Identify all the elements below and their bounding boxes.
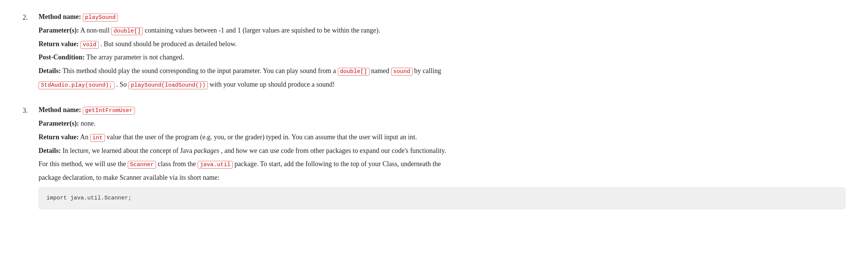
- details-text1-3: In lecture, we learned about the concept…: [62, 147, 192, 154]
- details-text5-3: package. To start, add the following to …: [234, 160, 441, 168]
- details-text1-2: This method should play the sound corres…: [62, 67, 336, 75]
- params-line-2: Parameter(s): A non-null double[] contai…: [39, 25, 845, 36]
- return-text-before-3: An: [80, 133, 88, 141]
- params-text-3: none.: [80, 120, 96, 127]
- method-number-3: 3.: [23, 104, 34, 209]
- details-text3-2: by calling: [414, 67, 441, 75]
- details-text2-2: named: [371, 67, 389, 75]
- details-text2-3: , and how we can use code from other pac…: [221, 147, 446, 154]
- method-content-2: Method name: playSound Parameter(s): A n…: [39, 11, 845, 92]
- details-italic-3: packages: [194, 147, 219, 154]
- details-text3-3: For this method, we will use the: [39, 160, 126, 168]
- details-line2-2: StdAudio.play(sound); . So playSound(loa…: [39, 79, 845, 90]
- method-name-code-2: playSound: [83, 14, 118, 22]
- details-line3-3: package declaration, to make Scanner ava…: [39, 172, 845, 184]
- details-code1-3: Scanner: [128, 161, 156, 169]
- details-label-3: Details:: [39, 147, 61, 154]
- method-name-code-3: getIntFromUser: [83, 107, 135, 115]
- details-text4-2: . So: [116, 81, 127, 88]
- method-name-line-3: Method name: getIntFromUser: [39, 104, 845, 116]
- return-code-2: void: [80, 41, 99, 49]
- return-label-3: Return value:: [39, 133, 79, 141]
- details-code4-2: playSound(loadSound()): [128, 81, 208, 89]
- return-text-after-3: value that the user of the program (e.g.…: [107, 133, 417, 141]
- details-code3-2: StdAudio.play(sound);: [39, 81, 114, 89]
- details-label-2: Details:: [39, 67, 61, 75]
- name-label-2: Method name:: [39, 13, 81, 20]
- details-code2-2: sound: [391, 68, 413, 76]
- method-name-line-2: Method name: playSound: [39, 11, 845, 23]
- details-line1-3: Details: In lecture, we learned about th…: [39, 145, 845, 157]
- details-code2-3: java.util: [198, 161, 233, 169]
- params-label-2: Parameter(s):: [39, 26, 79, 34]
- params-label-3: Parameter(s):: [39, 120, 79, 127]
- details-code1-2: double[]: [338, 68, 370, 76]
- return-code-3: int: [90, 134, 105, 142]
- postcond-label-2: Post-Condition:: [39, 53, 85, 61]
- return-text-2: . But sound should be produced as detail…: [101, 40, 237, 48]
- params-text-after-2: containing values between -1 and 1 (larg…: [145, 26, 380, 34]
- details-line1-2: Details: This method should play the sou…: [39, 65, 845, 77]
- method-item-3: 3. Method name: getIntFromUser Parameter…: [23, 104, 845, 209]
- params-text-before-2: A non-null: [80, 26, 110, 34]
- details-line2-3: For this method, we will use the Scanner…: [39, 159, 845, 170]
- method-number-2: 2.: [23, 11, 34, 92]
- return-label-2: Return value:: [39, 40, 79, 48]
- postcond-text-2: The array parameter is not changed.: [86, 53, 184, 61]
- method-item-2: 2. Method name: playSound Parameter(s): …: [23, 11, 845, 92]
- details-text4-3: class from the: [158, 160, 196, 168]
- details-text5-2: with your volume up should produce a sou…: [210, 81, 335, 88]
- name-label-3: Method name:: [39, 106, 81, 114]
- params-code-2: double[]: [111, 27, 143, 35]
- return-line-2: Return value: void . But sound should be…: [39, 39, 845, 50]
- params-line-3: Parameter(s): none.: [39, 118, 845, 129]
- postcond-line-2: Post-Condition: The array parameter is n…: [39, 52, 845, 63]
- return-line-3: Return value: An int value that the user…: [39, 132, 845, 143]
- details-text6-3: package declaration, to make Scanner ava…: [39, 174, 220, 181]
- method-content-3: Method name: getIntFromUser Parameter(s)…: [39, 104, 845, 209]
- code-block-3: import java.util.Scanner;: [39, 187, 845, 209]
